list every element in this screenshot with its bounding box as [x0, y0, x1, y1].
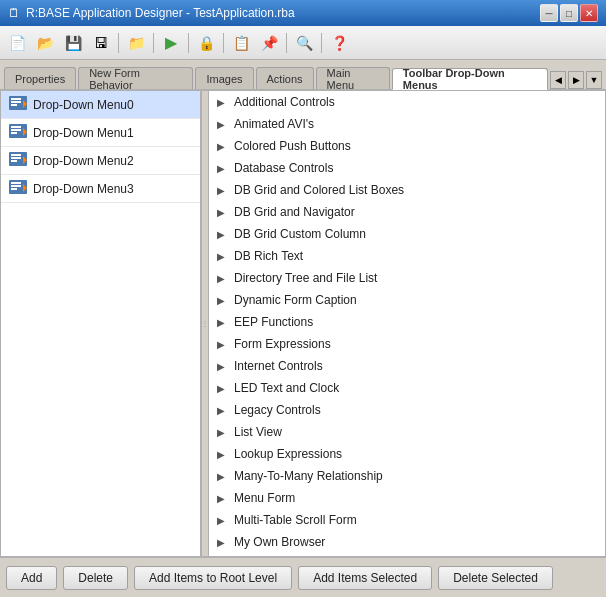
- tab-properties[interactable]: Properties: [4, 67, 76, 89]
- left-panel-label-2: Drop-Down Menu2: [33, 154, 134, 168]
- tab-nav-right[interactable]: ▶: [568, 71, 584, 89]
- save-as-button[interactable]: 🖫: [88, 30, 114, 56]
- tree-label-1: Animated AVI's: [234, 117, 314, 131]
- tree-item-17[interactable]: ▶Many-To-Many Relationship: [209, 465, 605, 487]
- open-folder-button[interactable]: 📁: [123, 30, 149, 56]
- main-content: Drop-Down Menu0 Drop-Down Menu1: [0, 90, 606, 557]
- tree-arrow-4: ▶: [217, 185, 229, 196]
- close-button[interactable]: ✕: [580, 4, 598, 22]
- tree-item-19[interactable]: ▶Multi-Table Scroll Form: [209, 509, 605, 531]
- toolbar: 📄 📂 💾 🖫 📁 ▶ 🔒 📋 📌 🔍 ❓: [0, 26, 606, 60]
- tree-label-15: List View: [234, 425, 282, 439]
- tree-item-21[interactable]: ▶One-To-Many Relationship: [209, 553, 605, 556]
- svg-rect-1: [11, 98, 21, 100]
- maximize-button[interactable]: □: [560, 4, 578, 22]
- tree-item-10[interactable]: ▶EEP Functions: [209, 311, 605, 333]
- tree-item-15[interactable]: ▶List View: [209, 421, 605, 443]
- svg-rect-3: [11, 104, 17, 106]
- svg-rect-11: [11, 154, 21, 156]
- tree-item-2[interactable]: ▶Colored Push Buttons: [209, 135, 605, 157]
- tree-arrow-10: ▶: [217, 317, 229, 328]
- tree-label-5: DB Grid and Navigator: [234, 205, 355, 219]
- paste-button[interactable]: 📌: [256, 30, 282, 56]
- tree-item-1[interactable]: ▶Animated AVI's: [209, 113, 605, 135]
- tree-item-18[interactable]: ▶Menu Form: [209, 487, 605, 509]
- tree-item-0[interactable]: ▶Additional Controls: [209, 91, 605, 113]
- svg-rect-12: [11, 157, 21, 159]
- bottom-bar: Add Delete Add Items to Root Level Add I…: [0, 557, 606, 597]
- tab-images[interactable]: Images: [195, 67, 253, 89]
- lock-button[interactable]: 🔒: [193, 30, 219, 56]
- menu-icon-3: [9, 180, 27, 197]
- svg-rect-8: [11, 132, 17, 134]
- add-root-button[interactable]: Add Items to Root Level: [134, 566, 292, 590]
- tree-label-19: Multi-Table Scroll Form: [234, 513, 357, 527]
- tree-item-4[interactable]: ▶DB Grid and Colored List Boxes: [209, 179, 605, 201]
- tree-arrow-19: ▶: [217, 515, 229, 526]
- toolbar-separator-4: [223, 33, 224, 53]
- toolbar-separator-5: [286, 33, 287, 53]
- tree-item-14[interactable]: ▶Legacy Controls: [209, 399, 605, 421]
- minimize-button[interactable]: ─: [540, 4, 558, 22]
- tab-actions[interactable]: Actions: [256, 67, 314, 89]
- tree-arrow-2: ▶: [217, 141, 229, 152]
- tab-nav-down[interactable]: ▼: [586, 71, 602, 89]
- tree-arrow-3: ▶: [217, 163, 229, 174]
- save-button[interactable]: 💾: [60, 30, 86, 56]
- tree-arrow-13: ▶: [217, 383, 229, 394]
- tree-item-12[interactable]: ▶Internet Controls: [209, 355, 605, 377]
- svg-rect-17: [11, 185, 21, 187]
- tree-label-17: Many-To-Many Relationship: [234, 469, 383, 483]
- tree-label-6: DB Grid Custom Column: [234, 227, 366, 241]
- left-panel-label-3: Drop-Down Menu3: [33, 182, 134, 196]
- delete-button[interactable]: Delete: [63, 566, 128, 590]
- tree-item-3[interactable]: ▶Database Controls: [209, 157, 605, 179]
- add-selected-button[interactable]: Add Items Selected: [298, 566, 432, 590]
- new-button[interactable]: 📄: [4, 30, 30, 56]
- tree-item-8[interactable]: ▶Directory Tree and File List: [209, 267, 605, 289]
- left-panel-label-0: Drop-Down Menu0: [33, 98, 134, 112]
- search-button[interactable]: 🔍: [291, 30, 317, 56]
- svg-rect-16: [11, 182, 21, 184]
- app-icon: 🗒: [8, 6, 20, 20]
- tree-label-4: DB Grid and Colored List Boxes: [234, 183, 404, 197]
- tree-label-7: DB Rich Text: [234, 249, 303, 263]
- tree-item-20[interactable]: ▶My Own Browser: [209, 531, 605, 553]
- toolbar-separator-2: [153, 33, 154, 53]
- tabs-bar: Properties New Form Behavior Images Acti…: [0, 60, 606, 90]
- tab-nav-left[interactable]: ◀: [550, 71, 566, 89]
- svg-rect-7: [11, 129, 21, 131]
- open-button[interactable]: 📂: [32, 30, 58, 56]
- tree-item-11[interactable]: ▶Form Expressions: [209, 333, 605, 355]
- tree-item-13[interactable]: ▶LED Text and Clock: [209, 377, 605, 399]
- tree-item-5[interactable]: ▶DB Grid and Navigator: [209, 201, 605, 223]
- tree-arrow-6: ▶: [217, 229, 229, 240]
- tab-toolbar-dropdown-menus[interactable]: Toolbar Drop-Down Menus: [392, 68, 548, 90]
- tree-item-6[interactable]: ▶DB Grid Custom Column: [209, 223, 605, 245]
- tree-label-2: Colored Push Buttons: [234, 139, 351, 153]
- help-button[interactable]: ❓: [326, 30, 352, 56]
- add-button[interactable]: Add: [6, 566, 57, 590]
- tree-label-10: EEP Functions: [234, 315, 313, 329]
- svg-rect-18: [11, 188, 17, 190]
- menu-icon-0: [9, 96, 27, 113]
- title-bar-left: 🗒 R:BASE Application Designer - TestAppl…: [8, 6, 295, 20]
- run-button[interactable]: ▶: [158, 30, 184, 56]
- right-panel: ▶Additional Controls▶Animated AVI's▶Colo…: [209, 91, 605, 556]
- tree-item-16[interactable]: ▶Lookup Expressions: [209, 443, 605, 465]
- copy-button[interactable]: 📋: [228, 30, 254, 56]
- tree-item-7[interactable]: ▶DB Rich Text: [209, 245, 605, 267]
- tree-item-9[interactable]: ▶Dynamic Form Caption: [209, 289, 605, 311]
- tab-main-menu[interactable]: Main Menu: [316, 67, 390, 89]
- left-panel-item-3[interactable]: Drop-Down Menu3: [1, 175, 200, 203]
- delete-selected-button[interactable]: Delete Selected: [438, 566, 553, 590]
- svg-rect-13: [11, 160, 17, 162]
- tree-arrow-9: ▶: [217, 295, 229, 306]
- tree-label-20: My Own Browser: [234, 535, 325, 549]
- tree-arrow-16: ▶: [217, 449, 229, 460]
- left-panel-item-2[interactable]: Drop-Down Menu2: [1, 147, 200, 175]
- tab-new-form-behavior[interactable]: New Form Behavior: [78, 67, 193, 89]
- panel-divider[interactable]: ⋮: [201, 91, 209, 556]
- left-panel-item-0[interactable]: Drop-Down Menu0: [1, 91, 200, 119]
- left-panel-item-1[interactable]: Drop-Down Menu1: [1, 119, 200, 147]
